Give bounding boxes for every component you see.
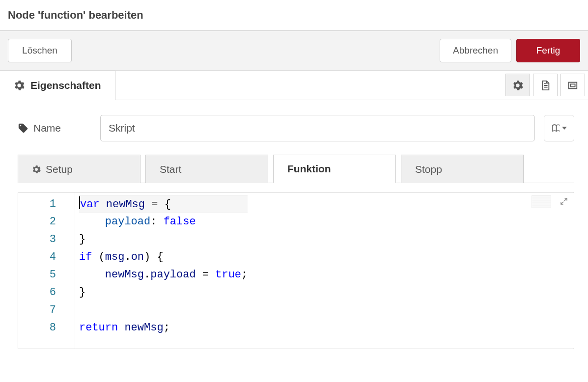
tab-stop-label: Stopp	[415, 164, 442, 175]
line-number: 4	[18, 248, 56, 266]
name-label: Name	[18, 122, 91, 134]
code-line[interactable]: }	[79, 231, 248, 248]
gear-icon	[32, 165, 41, 174]
file-text-icon	[540, 80, 551, 91]
gear-icon	[512, 80, 523, 91]
properties-panel: Name Setup Start Funktion Stopp	[0, 100, 588, 354]
name-input[interactable]	[100, 115, 535, 141]
function-tabs: Setup Start Funktion Stopp	[18, 154, 574, 183]
code-line[interactable]: newMsg.payload = true;	[79, 266, 248, 284]
tab-description-icon[interactable]	[533, 74, 558, 96]
code-line[interactable]: return newMsg;	[79, 319, 248, 337]
editor-minimap	[532, 195, 551, 208]
code-line[interactable]: var newMsg = {	[79, 195, 248, 213]
line-number: 8	[18, 319, 56, 337]
tab-properties-label: Eigenschaften	[30, 80, 101, 91]
tag-icon	[18, 123, 28, 134]
dialog-title: Node 'function' bearbeiten	[8, 9, 580, 22]
code-line[interactable]: payload: false	[79, 213, 248, 231]
book-icon	[551, 124, 560, 133]
line-number: 1	[18, 195, 56, 213]
editor-expand-button[interactable]	[558, 195, 570, 207]
editor-gutter: 12345678	[18, 192, 75, 349]
editor-code[interactable]: var newMsg = { payload: false}if (msg.on…	[75, 192, 248, 349]
tab-appearance-icon[interactable]	[560, 74, 585, 96]
tab-start-label: Start	[160, 164, 181, 175]
tab-setup[interactable]: Setup	[18, 155, 140, 183]
layout-icon	[567, 80, 578, 91]
gear-icon	[14, 80, 25, 91]
code-line[interactable]	[79, 301, 248, 319]
name-lookup-button[interactable]	[544, 115, 574, 141]
main-tabstrip: Eigenschaften	[0, 71, 588, 100]
line-number: 2	[18, 213, 56, 231]
tab-setup-label: Setup	[46, 164, 73, 175]
dialog-header: Node 'function' bearbeiten	[0, 0, 588, 31]
tab-start[interactable]: Start	[145, 155, 268, 183]
line-number: 3	[18, 231, 56, 248]
done-button[interactable]: Fertig	[516, 39, 580, 62]
tab-function[interactable]: Funktion	[273, 155, 396, 183]
main-tabs-icon-group	[505, 70, 588, 100]
code-editor[interactable]: 12345678 var newMsg = { payload: false}i…	[18, 192, 574, 349]
line-number: 7	[18, 301, 56, 319]
line-number: 6	[18, 284, 56, 301]
chevron-down-icon	[562, 127, 567, 130]
delete-button[interactable]: Löschen	[8, 39, 72, 62]
code-line[interactable]: }	[79, 284, 248, 301]
tab-function-label: Funktion	[287, 163, 331, 175]
code-line[interactable]: if (msg.on) {	[79, 248, 248, 266]
name-label-text: Name	[33, 122, 61, 134]
svg-rect-0	[569, 82, 577, 88]
dialog-toolbar: Löschen Abbrechen Fertig	[0, 31, 588, 71]
svg-rect-1	[570, 84, 575, 87]
cancel-button[interactable]: Abbrechen	[440, 39, 511, 62]
line-number: 5	[18, 266, 56, 284]
name-row: Name	[18, 115, 574, 141]
tab-settings-icon[interactable]	[505, 74, 530, 96]
editor-corner-controls	[532, 195, 570, 208]
tab-stop[interactable]: Stopp	[401, 155, 524, 183]
tab-properties[interactable]: Eigenschaften	[0, 71, 115, 100]
